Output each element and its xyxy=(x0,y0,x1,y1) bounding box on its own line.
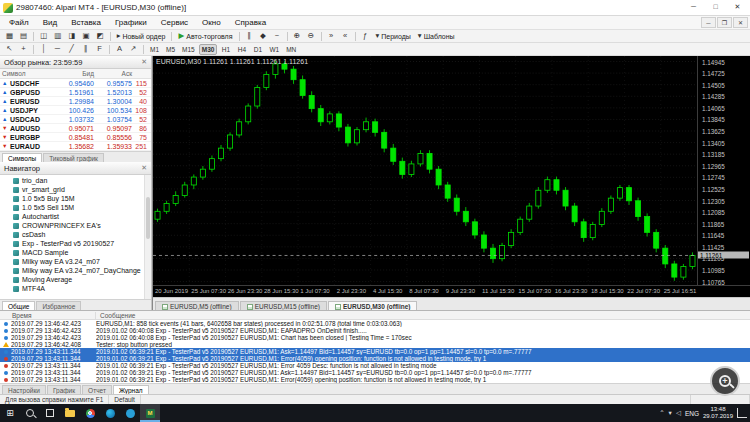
timeframe-m1-button[interactable]: M1 xyxy=(147,44,162,55)
taskbar-app-browser[interactable] xyxy=(80,404,100,422)
market-watch-tab-символы[interactable]: Символы xyxy=(2,153,42,162)
journal-row[interactable]: 2019.07.29 13:43:11.3442019.01.02 06:39:… xyxy=(0,369,750,376)
new-chart-button[interactable]: ▦ xyxy=(3,31,16,42)
menu-item-окно[interactable]: Окно xyxy=(195,16,228,29)
timeframe-m15-button[interactable]: M15 xyxy=(179,44,198,55)
navigator-item-milky-way-ea-v3-24-m07-daychange[interactable]: Milky way EA v3.24_m07_DayChange xyxy=(0,266,151,275)
navigator-item-macd-sample[interactable]: MACD Sample xyxy=(0,248,151,257)
journal-row[interactable]: 2019.07.29 13:43:11.3442019.01.02 06:39:… xyxy=(0,362,750,369)
taskbar-app-explorer[interactable] xyxy=(60,404,80,422)
market-watch-row-usdjpy[interactable]: ▲USDJPY100.426100.534108 xyxy=(0,106,151,115)
new-order-button[interactable]: ▸Новый ордер xyxy=(114,31,169,42)
market-watch-col-0[interactable]: Символ xyxy=(0,70,54,77)
journal-message-column-header[interactable]: Сообщение xyxy=(96,312,750,319)
market-watch-row-audusd[interactable]: ▼AUDUSD0.950710.9509786 xyxy=(0,124,151,133)
menu-item-файл[interactable]: Файл xyxy=(2,16,36,29)
language-indicator[interactable]: ENG xyxy=(685,410,699,417)
navigator-item-milky-way-ea-v3-24-m07[interactable]: Milky way EA v3.24_m07 xyxy=(0,257,151,266)
market-watch-close-icon[interactable]: ✕ xyxy=(141,58,147,66)
timeframe-m30-button[interactable]: M30 xyxy=(199,44,218,55)
close-button[interactable]: ✕ xyxy=(728,1,747,14)
navigator-item-1-0-5x5-buy-15m[interactable]: 1.0 5x5 Buy 15M xyxy=(0,194,151,203)
tester-tab-настройки[interactable]: Настройки xyxy=(2,385,46,394)
navigator-item-crownprincefx-ea-s[interactable]: CROWNPRINCEFX EA's xyxy=(0,221,151,230)
price-scale[interactable]: 1.149451.147251.145051.142851.140651.138… xyxy=(698,56,750,285)
equidistant-channel-button[interactable]: ∥ xyxy=(79,44,92,55)
navigator-item-1-0-5x5-sell-15m[interactable]: 1.0 5x5 Sell 15M xyxy=(0,203,151,212)
cursor-button[interactable]: ↖ xyxy=(3,44,16,55)
minimize-button[interactable]: ─ xyxy=(684,1,703,14)
timeframe-d1-button[interactable]: D1 xyxy=(250,44,265,55)
vertical-line-button[interactable]: │ xyxy=(37,44,50,55)
chart-tab-eurusd-m15-offline[interactable]: EURUSD,M15 (offline) xyxy=(240,301,327,310)
journal-row[interactable]: 2019.07.29 13:46:42.408Tester: stop butt… xyxy=(0,341,750,348)
journal-row[interactable]: 2019.07.29 13:43:11.3442019.01.02 06:39:… xyxy=(0,348,750,355)
market-watch-row-eurgbp[interactable]: ▼EURGBP0.854810.8555675 xyxy=(0,133,151,142)
screen-zoom-button[interactable] xyxy=(710,366,740,396)
market-watch-tab-тиковый-график[interactable]: Тиковый график xyxy=(43,153,104,162)
tray-chevron-icon[interactable]: ⌃ xyxy=(659,409,664,417)
timeframe-h1-button[interactable]: H1 xyxy=(218,44,233,55)
periods-dropdown-button[interactable]: ▾Периоды xyxy=(373,31,414,42)
market-watch-row-eurusd[interactable]: ▲EURUSD1.299841.3000440 xyxy=(0,97,151,106)
navigator-tab-избранное[interactable]: Избранное xyxy=(36,301,81,310)
navigator-item-mtf4a[interactable]: MTF4A xyxy=(0,284,151,293)
notification-center-button[interactable] xyxy=(737,408,747,418)
status-profile[interactable]: Default xyxy=(109,395,141,404)
terminal-toggle-button[interactable]: ▣ xyxy=(79,31,92,42)
timeframe-mn-button[interactable]: MN xyxy=(283,44,299,55)
navigator-item-csdash[interactable]: csDash xyxy=(0,230,151,239)
child-close-button[interactable]: ✕ xyxy=(733,17,748,28)
crosshair-button[interactable]: + xyxy=(17,44,30,55)
navigator-tab-общие[interactable]: Общие xyxy=(2,301,35,310)
maximize-button[interactable]: □ xyxy=(706,1,725,14)
chart-tab-eurusd-m30-offline[interactable]: EURUSD,M30 (offline) xyxy=(328,301,418,310)
market-watch-col-2[interactable]: Аск xyxy=(94,70,132,77)
navigator-item-exp-testerpad-v5-20190527[interactable]: Exp - TesterPad v5 20190527 xyxy=(0,239,151,248)
zoom-in-button[interactable]: ⊕ xyxy=(291,31,304,42)
taskbar-app-mt4[interactable]: M xyxy=(140,404,160,422)
arrow-objects-button[interactable]: ↗ xyxy=(127,44,140,55)
time-scale[interactable]: 20 Jun 201925 Jun 07:3026 Jun 23:3028 Ju… xyxy=(153,285,698,297)
market-watch-toggle-button[interactable]: ◫ xyxy=(37,31,50,42)
data-window-toggle-button[interactable]: ▥ xyxy=(51,31,64,42)
taskbar-search-button[interactable] xyxy=(20,404,40,422)
fibonacci-retracement-button[interactable]: F xyxy=(93,44,106,55)
menu-item-справка[interactable]: Справка xyxy=(228,16,273,29)
taskbar-app-telegram[interactable] xyxy=(120,404,140,422)
market-watch-row-gbpusd[interactable]: ▲GBPUSD1.519611.5201352 xyxy=(0,88,151,97)
navigator-close-icon[interactable]: ✕ xyxy=(141,164,147,172)
timeframe-w1-button[interactable]: W1 xyxy=(266,44,282,55)
indicators-list-button[interactable]: ƒ xyxy=(359,31,372,42)
tester-tab-отчет[interactable]: Отчет xyxy=(82,385,112,394)
menu-item-вставка[interactable]: Вставка xyxy=(64,16,108,29)
journal-row[interactable]: 2019.07.29 13:46:42.4232019.01.02 06:40:… xyxy=(0,334,750,341)
task-view-button[interactable] xyxy=(40,404,60,422)
child-minimize-button[interactable]: ─ xyxy=(701,17,716,28)
child-restore-button[interactable]: ❐ xyxy=(717,17,732,28)
taskbar-clock[interactable]: 13:48 29.07.2019 xyxy=(703,406,733,420)
tray-volume-icon[interactable]: ◁ xyxy=(676,409,681,417)
horizontal-line-button[interactable]: ─ xyxy=(51,44,64,55)
autotrading-button[interactable]: ▶Авто-торговля xyxy=(175,31,235,42)
navigator-item-vr-smart-grid[interactable]: vr_smart_grid xyxy=(0,185,151,194)
auto-scroll-button[interactable]: » xyxy=(325,31,338,42)
profiles-button[interactable]: ▤ xyxy=(17,31,30,42)
market-watch-row-euraud[interactable]: ▼EURAUD1.356821.35933251 xyxy=(0,142,151,151)
journal-row[interactable]: 2019.07.29 13:43:11.3442019.01.02 06:39:… xyxy=(0,376,750,383)
journal-time-column-header[interactable]: Время xyxy=(0,312,96,319)
market-watch-row-usdchf[interactable]: ▲USDCHF0.954600.95575115 xyxy=(0,79,151,88)
navigator-scrollbar-thumb[interactable] xyxy=(146,197,150,239)
text-label-button[interactable]: A xyxy=(113,44,126,55)
bar-chart-mode-button[interactable]: ∥ xyxy=(243,31,256,42)
templates-dropdown-button[interactable]: ▾Шаблоны xyxy=(415,31,458,42)
taskbar-app-edge[interactable] xyxy=(100,404,120,422)
tester-tab-график[interactable]: График xyxy=(47,385,81,394)
chart-tab-eurusd-m5-offline[interactable]: EURUSD,M5 (offline) xyxy=(155,301,239,310)
candle-chart-mode-button[interactable]: ◆ xyxy=(257,31,270,42)
navigator-item-moving-average[interactable]: Moving Average xyxy=(0,275,151,284)
chart-plot[interactable]: EURUSD,M30 1.11261 1.11261 1.11261 1.112… xyxy=(153,56,698,285)
trend-line-button[interactable]: ╱ xyxy=(65,44,78,55)
market-watch-row-usdcad[interactable]: ▲USDCAD1.037321.0375452 xyxy=(0,115,151,124)
market-watch-col-1[interactable]: Бид xyxy=(54,70,94,77)
